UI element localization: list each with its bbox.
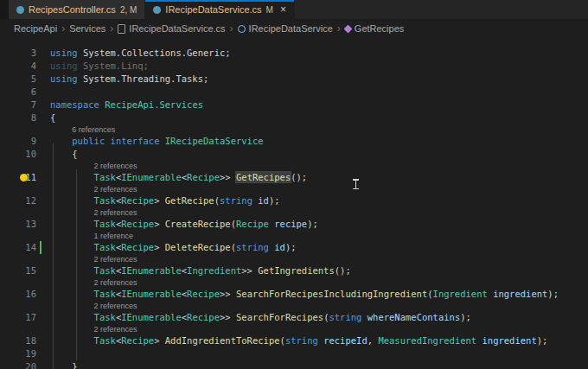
line-number[interactable]: 14 — [0, 241, 42, 254]
editor[interactable]: 3using System.Collections.Generic;4using… — [0, 38, 588, 369]
code-text: Task<IEnumerable<Ingredient>> GetIngredi… — [42, 264, 351, 277]
code-line[interactable]: 19 — [0, 347, 588, 360]
code-line[interactable]: 3using System.Collections.Generic; — [0, 47, 588, 60]
tab-close-icon[interactable]: × — [280, 4, 286, 15]
code-line[interactable]: 10 { — [0, 148, 588, 161]
window-corner — [0, 0, 9, 19]
breadcrumb-label: GetRecipes — [355, 23, 404, 34]
breadcrumb-item-interface[interactable]: IRecipeDataService — [238, 23, 333, 34]
codelens-references-link[interactable]: 6 references — [42, 124, 115, 135]
code-line[interactable]: 14 Task<Recipe> DeleteRecipe(string id); — [0, 241, 588, 254]
method-symbol-icon — [343, 24, 352, 33]
breadcrumb-item-file[interactable]: IRecipeDataService.cs — [118, 23, 225, 34]
line-number[interactable]: 18 — [0, 334, 42, 347]
code-text: namespace RecipeApi.Services — [42, 99, 203, 111]
code-text: using System.Linq; — [42, 60, 149, 73]
code-text: { — [42, 148, 78, 161]
tab-recipescontroller[interactable]: RecipesController.cs 2, M — [9, 0, 145, 19]
codelens-row[interactable]: 2 references — [0, 324, 588, 334]
code-line[interactable]: 11 Task<IEnumerable<Recipe>> GetRecipes(… — [0, 171, 588, 184]
line-number[interactable] — [0, 161, 42, 171]
breadcrumb-item-method[interactable]: GetRecipes — [345, 23, 404, 34]
code-area: 3using System.Collections.Generic;4using… — [0, 47, 588, 369]
line-number[interactable]: 5 — [0, 73, 42, 86]
mouse-cursor-ibeam — [353, 179, 359, 189]
code-line[interactable]: 7namespace RecipeApi.Services — [0, 99, 588, 111]
line-number[interactable]: 3 — [0, 47, 42, 60]
line-number[interactable]: 8 — [0, 111, 42, 124]
code-line[interactable]: 4using System.Linq; — [0, 60, 588, 73]
line-number[interactable] — [0, 301, 42, 311]
codelens-references-link[interactable]: 2 references — [42, 254, 137, 264]
code-text: { — [42, 111, 55, 124]
code-line[interactable]: 20 } — [0, 360, 588, 369]
indent-guide — [53, 143, 54, 369]
line-number[interactable]: 7 — [0, 99, 42, 111]
line-number[interactable]: 10 — [0, 148, 42, 161]
interface-symbol-icon — [238, 25, 246, 33]
line-number[interactable]: 9 — [0, 135, 42, 148]
code-text: Task<IEnumerable<Recipe>> SearchForRecip… — [42, 311, 471, 324]
tab-irecipedataservice[interactable]: IRecipeDataService.cs M × — [145, 0, 295, 19]
line-number[interactable]: 16 — [0, 288, 42, 301]
line-number[interactable]: 17 — [0, 311, 42, 324]
code-line[interactable]: 9 public interface IRecipeDataService — [0, 135, 588, 148]
codelens-row[interactable]: 2 references — [0, 161, 588, 171]
line-number[interactable] — [0, 231, 42, 241]
line-number[interactable] — [0, 254, 42, 264]
codelens-row[interactable]: 2 references — [0, 254, 588, 264]
codelens-references-link[interactable]: 2 references — [42, 301, 137, 311]
code-text: using System.Collections.Generic; — [42, 47, 231, 60]
code-line[interactable]: 18 Task<Recipe> AddIngredientToRecipe(st… — [0, 334, 588, 347]
chevron-right-icon: › — [110, 22, 113, 35]
line-number[interactable] — [0, 277, 42, 288]
line-number[interactable] — [0, 124, 42, 135]
lightbulb-icon[interactable] — [20, 174, 28, 181]
line-number[interactable] — [0, 324, 42, 334]
line-number[interactable]: 15 — [0, 264, 42, 277]
codelens-references-link[interactable]: 1 reference — [42, 231, 133, 241]
code-line[interactable]: 6 — [0, 86, 588, 99]
breadcrumb-item-services[interactable]: Services — [69, 23, 105, 34]
code-text: Task<Recipe> DeleteRecipe(string id); — [42, 241, 297, 254]
line-number[interactable]: 4 — [0, 60, 42, 73]
code-text — [42, 86, 50, 99]
codelens-row[interactable]: 1 reference — [0, 231, 588, 241]
codelens-row[interactable]: 2 references — [0, 207, 588, 218]
code-text: Task<IEnumerable<Recipe>> SearchForRecip… — [42, 288, 559, 301]
line-number[interactable] — [0, 207, 42, 218]
line-number[interactable]: 11 — [0, 171, 42, 184]
codelens-row[interactable]: 2 references — [0, 301, 588, 311]
code-text: Task<Recipe> AddIngredientToRecipe(strin… — [42, 334, 547, 347]
chevron-right-icon: › — [337, 22, 341, 35]
file-icon — [118, 24, 125, 34]
code-line[interactable]: 5using System.Threading.Tasks; — [0, 73, 588, 86]
tab-label: RecipesController.cs — [29, 4, 116, 15]
breadcrumb-item-recipeapi[interactable]: RecipeApi — [14, 23, 57, 34]
codelens-references-link[interactable]: 2 references — [42, 324, 137, 334]
code-line[interactable]: 12 Task<Recipe> GetRecipe(string id); — [0, 194, 588, 207]
code-line[interactable]: 16 Task<IEnumerable<Recipe>> SearchForRe… — [0, 288, 588, 301]
breadcrumb: RecipeApi › Services › IRecipeDataServic… — [0, 19, 588, 38]
breadcrumb-label: IRecipeDataService.cs — [129, 23, 225, 34]
line-number[interactable] — [0, 184, 42, 194]
code-line[interactable]: 15 Task<IEnumerable<Ingredient>> GetIngr… — [0, 264, 588, 277]
line-number[interactable]: 20 — [0, 360, 42, 369]
line-number[interactable]: 6 — [0, 86, 42, 99]
codelens-row[interactable]: 2 references — [0, 277, 588, 288]
codelens-row[interactable]: 6 references — [0, 124, 588, 135]
tab-label: IRecipeDataService.cs — [165, 4, 261, 15]
code-line[interactable]: 8{ — [0, 111, 588, 124]
breadcrumb-label: IRecipeDataService — [249, 23, 333, 34]
line-number[interactable]: 12 — [0, 194, 42, 207]
line-number[interactable]: 19 — [0, 347, 42, 360]
codelens-references-link[interactable]: 2 references — [42, 207, 137, 218]
codelens-references-link[interactable]: 2 references — [42, 277, 137, 288]
codelens-row[interactable]: 2 references — [0, 184, 588, 194]
code-line[interactable]: 13 Task<Recipe> CreateRecipe(Recipe reci… — [0, 218, 588, 231]
line-number[interactable]: 13 — [0, 218, 42, 231]
codelens-references-link[interactable]: 2 references — [42, 161, 137, 171]
code-line[interactable]: 17 Task<IEnumerable<Recipe>> SearchForRe… — [0, 311, 588, 324]
csharp-file-icon — [153, 6, 161, 14]
codelens-references-link[interactable]: 2 references — [42, 184, 137, 194]
